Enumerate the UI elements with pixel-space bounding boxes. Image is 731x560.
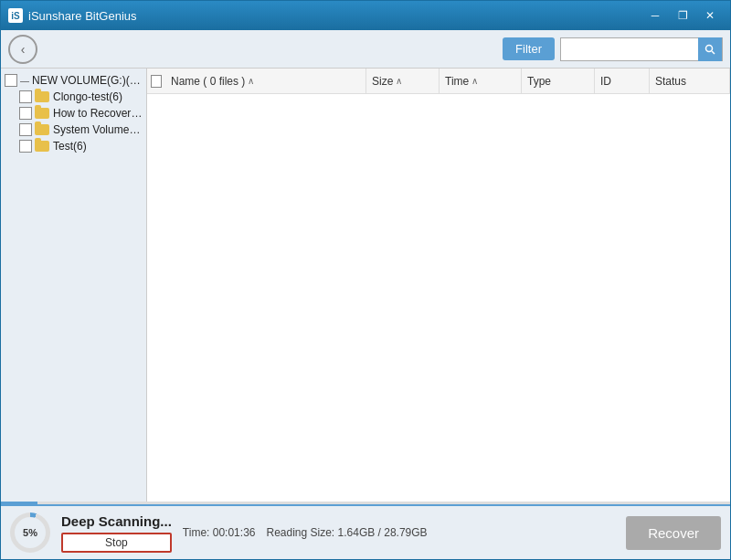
col-header-name[interactable]: Name ( 0 files ) ∧ <box>165 69 366 93</box>
folder-icon <box>35 91 49 102</box>
table-body <box>147 94 730 502</box>
sidebar-item-label-test: Test(6) <box>53 140 87 153</box>
scanning-label: Deep Scanning... <box>61 513 172 529</box>
minimize-button[interactable]: ─ <box>642 5 668 26</box>
progress-circle: 5% <box>10 512 50 553</box>
close-button[interactable]: ✕ <box>697 5 723 26</box>
sidebar-item-label-howto: How to Recover Deleted Files F <box>53 107 143 120</box>
app-icon: iS <box>8 8 23 23</box>
main-window: iS iSunshare BitGenius ─ ❐ ✕ ‹ Filter <box>0 0 731 560</box>
sidebar-item-root[interactable]: — NEW VOLUME(G:)(40) <box>1 72 146 89</box>
folder-icon-sysvolume <box>35 124 49 135</box>
content-area: Name ( 0 files ) ∧ Size ∧ Time ∧ Type <box>147 69 730 502</box>
search-input[interactable] <box>561 41 698 58</box>
col-header-status[interactable]: Status <box>650 69 730 93</box>
title-bar: iS iSunshare BitGenius ─ ❐ ✕ <box>1 1 730 30</box>
sidebar: — NEW VOLUME(G:)(40) Clongo-test(6) How … <box>1 69 147 502</box>
reading-value: 1.64GB / 28.79GB <box>338 526 428 539</box>
col-header-time[interactable]: Time ∧ <box>440 69 522 93</box>
toolbar: ‹ Filter <box>1 30 730 69</box>
col-header-size[interactable]: Size ∧ <box>366 69 440 93</box>
col-header-id[interactable]: ID <box>595 69 650 93</box>
main-area: — NEW VOLUME(G:)(40) Clongo-test(6) How … <box>1 69 730 502</box>
col-header-type[interactable]: Type <box>522 69 595 93</box>
progress-percent: 5% <box>15 517 46 548</box>
sort-arrow-size: ∧ <box>396 76 402 86</box>
sysvolume-checkbox[interactable] <box>19 123 32 136</box>
window-title: iSunshare BitGenius <box>28 9 642 23</box>
svg-point-0 <box>706 45 713 51</box>
status-details: Time: 00:01:36 Reading Size: 1.64GB / 28… <box>183 526 428 539</box>
header-checkbox-cell <box>147 75 165 88</box>
stop-button[interactable]: Stop <box>61 533 172 553</box>
clongo-checkbox[interactable] <box>19 90 32 103</box>
sidebar-item-label-sysvolume: System Volume Information(2) <box>53 123 143 136</box>
tree-dash: — <box>20 76 29 86</box>
sort-arrow-time: ∧ <box>471 76 478 86</box>
root-checkbox[interactable] <box>5 74 17 87</box>
search-icon <box>705 44 715 55</box>
recover-button[interactable]: Recover <box>626 516 721 550</box>
test-checkbox[interactable] <box>19 140 32 153</box>
search-button[interactable] <box>698 37 722 61</box>
sidebar-item-label-clongo: Clongo-test(6) <box>53 90 122 103</box>
sidebar-item-clongo[interactable]: Clongo-test(6) <box>1 89 146 105</box>
search-box <box>560 37 723 61</box>
svg-line-1 <box>712 51 715 54</box>
table-header: Name ( 0 files ) ∧ Size ∧ Time ∧ Type <box>147 69 730 94</box>
back-button[interactable]: ‹ <box>8 35 37 64</box>
time-label: Time: 00:01:36 <box>183 526 256 539</box>
filter-button[interactable]: Filter <box>503 37 555 60</box>
sidebar-item-label-root: NEW VOLUME(G:)(40) <box>32 74 143 87</box>
folder-icon-test <box>35 141 49 152</box>
reading-label: Reading Size: 1.64GB / 28.79GB <box>266 526 427 539</box>
time-value: 00:01:36 <box>213 526 256 539</box>
header-checkbox[interactable] <box>151 75 162 88</box>
status-info: Deep Scanning... Stop <box>61 513 172 553</box>
sidebar-item-howto[interactable]: How to Recover Deleted Files F <box>1 105 146 122</box>
sort-arrow-name: ∧ <box>248 76 254 86</box>
howto-checkbox[interactable] <box>19 107 32 120</box>
folder-icon-howto <box>35 108 49 119</box>
status-bar: 5% Deep Scanning... Stop Time: 00:01:36 … <box>1 504 730 559</box>
sidebar-item-sysvolume[interactable]: System Volume Information(2) <box>1 122 146 138</box>
window-body: ‹ Filter — NEW VOLU <box>1 30 730 559</box>
restore-button[interactable]: ❐ <box>670 5 695 26</box>
window-controls: ─ ❐ ✕ <box>642 5 723 26</box>
sidebar-item-test[interactable]: Test(6) <box>1 138 146 154</box>
